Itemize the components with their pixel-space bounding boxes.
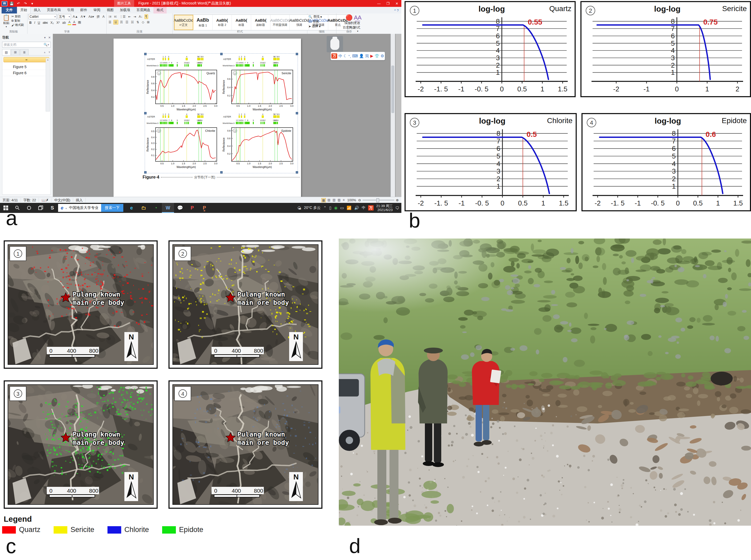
ime-icon-5[interactable]: 👤	[359, 54, 364, 58]
wan-ime-icon[interactable]: 万	[368, 205, 374, 211]
nav-scrollbar[interactable]: ▲	[46, 58, 50, 112]
word-taskbar-icon[interactable]: W	[162, 203, 174, 213]
insert-mode[interactable]: 插入	[73, 198, 85, 203]
selection-handle[interactable]	[220, 53, 223, 55]
hidden-icons-chevron[interactable]: ⌃	[323, 205, 327, 210]
ime-icon-6[interactable]: 简	[365, 54, 369, 59]
font-tool2-icon-8[interactable]: A	[72, 20, 76, 25]
nav-next-icon[interactable]: ▼	[48, 51, 51, 54]
nav-item-figure-5[interactable]: Figure 5	[2, 64, 50, 70]
zoom-level[interactable]: 100%	[347, 198, 356, 202]
ribbon-tab-审阅[interactable]: 审阅	[90, 7, 103, 14]
zoom-out-icon[interactable]: ⊖	[358, 198, 361, 202]
document-page[interactable]: ASTER123456789WorldView-3123456789101112…	[114, 39, 301, 197]
replace-button[interactable]: ab替换	[308, 19, 335, 24]
font-name-combo[interactable]: Calibri▾	[28, 14, 57, 19]
font-tool2-icon-9[interactable]: 圈	[77, 20, 82, 25]
para-tool2-icon-6[interactable]: ◇	[141, 20, 145, 24]
ribbon-tab-视图[interactable]: 视图	[103, 7, 117, 14]
page-indicator[interactable]: 页面: 4/11	[0, 198, 21, 203]
para-tool2-icon-1[interactable]: ☱	[113, 20, 118, 24]
ime-icon-4[interactable]: ⌨	[352, 54, 358, 58]
undo-icon[interactable]: ↶	[16, 1, 21, 6]
para-tool2-icon-2[interactable]: ☴	[119, 20, 124, 24]
document-area[interactable]: ASTER123456789WorldView-3123456789101112…	[53, 34, 395, 197]
ribbon-tab-引用[interactable]: 引用	[64, 7, 77, 14]
nav-item-figure-6[interactable]: Figure 6	[2, 70, 50, 76]
wifi-icon[interactable]: 📶	[346, 205, 351, 210]
format-painter-button[interactable]: 🖌格式刷	[12, 23, 24, 27]
style-item-6[interactable]: AaBbCcDd强调	[290, 15, 309, 30]
taskbar-clock[interactable]: 21:39 周三 2021/6/23	[376, 204, 393, 212]
pdf-taskbar-icon[interactable]: P	[186, 203, 198, 213]
style-item-0[interactable]: AaBbCcDd↵正文	[174, 15, 193, 30]
ribbon-tab-开始[interactable]: 开始	[17, 6, 31, 14]
para-tool2-icon-0[interactable]: ☰	[108, 20, 112, 24]
language-indicator[interactable]: 中文(中国)	[52, 198, 73, 203]
browser-360-taskbar-icon[interactable]: ◔	[150, 203, 162, 213]
para-tool-icon-1[interactable]: ≡⁝	[113, 15, 118, 19]
nav-selected-heading[interactable]: ≖	[3, 57, 49, 62]
redo-icon[interactable]: ↷	[23, 1, 28, 6]
nav-prev-icon[interactable]: ▲	[43, 51, 46, 54]
font-tool2-icon-3[interactable]: abc	[42, 21, 48, 25]
ribbon-help-icon[interactable]: ^ ?	[394, 8, 399, 14]
ime-icon-7[interactable]: ▶	[370, 54, 373, 58]
restore-button[interactable]: ❐	[383, 0, 392, 6]
font-tool-icon-0[interactable]: A▲	[72, 15, 79, 19]
edge-taskbar-icon[interactable]: e	[125, 203, 138, 213]
sogou-input-icon[interactable]: S	[46, 203, 58, 213]
word-titlebar[interactable]: W💾↶↷▾ 图片工具 Figure - 2021 [兼容模式] - Micros…	[0, 0, 401, 7]
ribbon-tab-文件[interactable]: 文件	[2, 7, 17, 14]
volume-icon[interactable]: 🔊	[354, 205, 359, 210]
spellcheck-icon[interactable]: 📖✗	[39, 198, 52, 202]
style-item-1[interactable]: AaBb标题 1	[193, 15, 212, 30]
selected-figure[interactable]: ASTER123456789WorldView-3123456789101112…	[145, 53, 298, 173]
select-button[interactable]: ➤选择 ▾	[308, 24, 335, 28]
para-tool-icon-3[interactable]: ⇤	[127, 15, 131, 19]
weather-text[interactable]: 20°C 多云	[304, 205, 321, 210]
font-tool-icon-3[interactable]: 拼	[96, 14, 101, 19]
web-search-button[interactable]: 搜索一下	[101, 204, 123, 212]
copy-button[interactable]: ⧉复制	[12, 19, 24, 23]
save-to-baidu-pan-button[interactable]: 🔴 保存到百度网盘	[338, 14, 361, 31]
powerpoint-taskbar-icon[interactable]: P̳	[198, 203, 210, 213]
zoom-in-icon[interactable]: ⊕	[396, 198, 399, 202]
style-item-2[interactable]: AaBb(标题 2	[212, 15, 232, 30]
selection-handle[interactable]	[296, 112, 298, 114]
ribbon-tab-加载项[interactable]: 加载项	[117, 7, 133, 14]
ribbon-tab-百度网盘[interactable]: 百度网盘	[133, 7, 154, 14]
task-view-icon[interactable]	[35, 203, 46, 213]
font-tool-icon-2[interactable]: Aa▾	[88, 15, 95, 19]
explorer-taskbar-icon[interactable]: 🗀	[138, 203, 150, 213]
font-tool-icon-4[interactable]: A	[102, 15, 105, 19]
find-button[interactable]: 🔍查找 ▾	[308, 15, 335, 19]
battery-icon[interactable]: ▭	[340, 205, 344, 210]
ime-icon-2[interactable]: ☾	[344, 54, 347, 58]
ime-icon-8[interactable]: 👕	[374, 54, 380, 58]
selection-handle[interactable]	[144, 112, 146, 114]
para-tool2-icon-5[interactable]: ⇅	[136, 20, 140, 24]
para-tool-icon-0[interactable]: ⁝≡	[108, 15, 112, 19]
usb-icon[interactable]: ▯	[329, 205, 331, 210]
action-center-icon[interactable]: 🗨	[395, 206, 399, 210]
font-tool2-icon-7[interactable]: A	[67, 20, 71, 25]
security-icon[interactable]: ◉	[334, 205, 338, 210]
selection-handle[interactable]	[296, 171, 298, 174]
ime-indicator[interactable]: 中	[362, 205, 365, 210]
cut-button[interactable]: ✂剪切	[12, 15, 24, 19]
para-tool2-icon-3[interactable]: ☲	[125, 20, 129, 24]
selection-handle[interactable]	[144, 53, 146, 55]
font-tool2-icon-5[interactable]: X²	[56, 21, 60, 25]
font-tool-icon-1[interactable]: A▼	[80, 15, 87, 19]
style-item-4[interactable]: AaBb(副标题	[251, 15, 270, 30]
font-tool2-icon-0[interactable]: B	[28, 21, 33, 25]
ribbon-tab-邮件[interactable]: 邮件	[77, 7, 90, 14]
style-item-5[interactable]: AaBbCcDd不明显强调	[270, 15, 290, 30]
para-tool-icon-2[interactable]: ⋮☰	[119, 15, 126, 19]
nav-tab-headings[interactable]: ▤	[2, 49, 11, 55]
nav-tab-pages[interactable]: ⊞	[11, 49, 20, 55]
selection-handle[interactable]	[144, 171, 146, 174]
qat-dropdown-icon[interactable]: ▾	[29, 1, 35, 6]
document-scrollbar[interactable]	[390, 34, 395, 197]
